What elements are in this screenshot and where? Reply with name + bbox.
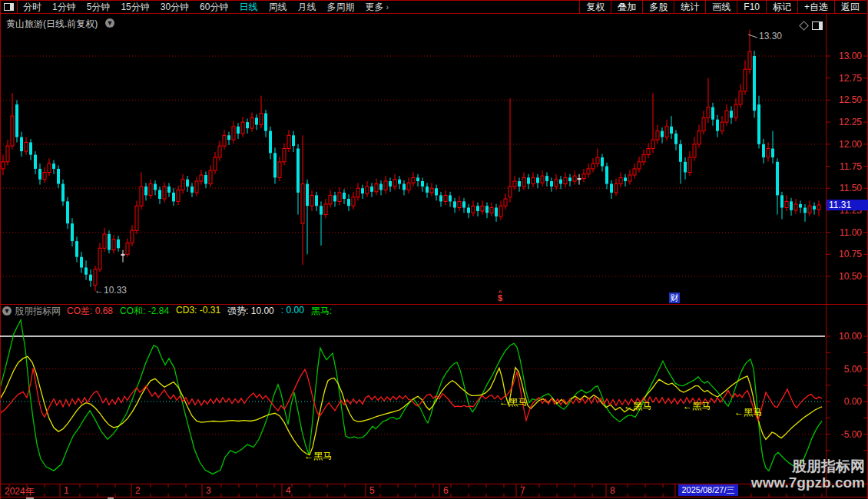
watermark: 股朋指标网 www.7gpzb.com	[751, 458, 865, 491]
indicator-axis-label: 5.00	[828, 364, 862, 375]
dark-horse-signal: ←黑马	[304, 450, 332, 463]
last-price-tag: 11.31	[827, 200, 868, 210]
toolbar-button-8[interactable]: 返回	[834, 1, 866, 13]
month-label: 5	[369, 485, 375, 496]
menu-item-2[interactable]: 5分钟	[81, 1, 116, 13]
menu-item-3[interactable]: 15分钟	[115, 1, 154, 13]
financial-report-marker[interactable]: 财	[669, 292, 680, 303]
month-label: 2	[135, 485, 141, 496]
split-panel-icon[interactable]	[812, 21, 823, 30]
menu-item-1[interactable]: 1分钟	[47, 1, 81, 13]
price-label: 11.00	[828, 227, 862, 238]
indicator-axis-label: 10.00	[828, 331, 862, 342]
chart-canvas	[0, 0, 868, 499]
legend-item-1: CO和: -2.84	[120, 305, 169, 318]
month-label: 3	[206, 485, 211, 496]
toolbar-button-6[interactable]: 标记	[766, 1, 797, 13]
toolbar-button-5[interactable]: F10	[737, 1, 766, 13]
top-menubar: 分时1分钟5分钟15分钟30分钟60分钟日线周线月线多周期更多› 复权叠加多股统…	[0, 0, 866, 14]
collapse-icon[interactable]: ▼	[2, 306, 12, 316]
low-annotation: ←10.33	[94, 285, 127, 296]
period-menu: 分时1分钟5分钟15分钟30分钟60分钟日线周线月线多周期更多›	[18, 1, 389, 13]
watermark-url: www.7gpzb.com	[751, 474, 865, 491]
stock-title: 黄山旅游(日线.前复权)	[6, 18, 98, 31]
price-label: 13.00	[828, 51, 862, 61]
high-annotation: 13.30	[759, 31, 782, 41]
price-label: 10.75	[828, 249, 862, 259]
toolbar-button-3[interactable]: 统计	[674, 1, 705, 13]
menu-item-6[interactable]: 日线	[234, 1, 263, 13]
month-label: 1	[64, 485, 69, 496]
dark-horse-signal: ←黑马	[499, 396, 527, 409]
indicator-legend: ▼ 股朋指标网 CO差: 0.68CO和: -2.84CD3: -0.31强势:…	[2, 306, 339, 316]
menu-item-4[interactable]: 30分钟	[155, 1, 194, 13]
menu-item-10[interactable]: 更多	[359, 1, 389, 13]
toolbar-button-2[interactable]: 多股	[642, 1, 674, 13]
legend-item-4: : 0.00	[281, 305, 304, 318]
month-label: 7	[520, 485, 525, 496]
price-label: 10.50	[828, 271, 862, 282]
indicator-axis-label: 0.00	[828, 396, 862, 407]
legend-item-3: 强势: 10.00	[227, 305, 274, 318]
toolbar-button-1[interactable]: 叠加	[611, 1, 642, 13]
indicator-axis-label: -5.00	[828, 429, 862, 440]
legend-site-label: 股朋指标网	[15, 305, 61, 318]
dark-horse-signal: ←黑马	[624, 400, 651, 413]
toolbar-button-7[interactable]: +自选	[797, 1, 834, 13]
legend-values: CO差: 0.68CO和: -2.84CD3: -0.31强势: 10.00: …	[67, 305, 339, 318]
menu-item-8[interactable]: 月线	[292, 1, 321, 13]
month-label: 4	[286, 485, 291, 496]
toolbar-buttons: 复权叠加多股统计画线F10标记+自选返回	[579, 1, 866, 13]
watermark-site: 股朋指标网	[751, 458, 865, 474]
price-label: 12.75	[828, 73, 862, 84]
menu-item-9[interactable]: 多周期	[321, 1, 359, 13]
month-label: 6	[443, 485, 449, 496]
price-label: 12.50	[828, 94, 862, 105]
menu-item-7[interactable]: 周线	[263, 1, 292, 13]
toolbar-button-0[interactable]: 复权	[579, 1, 611, 13]
shareholder-marker[interactable]: ^$	[498, 290, 502, 301]
chevron-right-icon: ›	[386, 2, 389, 12]
price-label: 11.50	[828, 183, 862, 193]
month-label: 8	[610, 485, 615, 496]
chevron-down-icon[interactable]: ▼	[105, 18, 114, 28]
window-layout-button[interactable]	[0, 1, 18, 13]
year-label: 2024年	[5, 485, 35, 498]
app-window: 分时1分钟5分钟15分钟30分钟60分钟日线周线月线多周期更多› 复权叠加多股统…	[0, 0, 868, 499]
price-label: 11.75	[828, 161, 862, 172]
legend-item-2: CD3: -0.31	[176, 305, 220, 318]
menu-item-5[interactable]: 60分钟	[194, 1, 234, 13]
toolbar-button-4[interactable]: 画线	[705, 1, 737, 13]
price-label: 12.25	[828, 117, 862, 127]
current-date-tag: 2025/08/27/三	[678, 484, 738, 496]
dark-horse-signal: ←黑马	[683, 400, 711, 413]
legend-item-5: 黑马:	[311, 305, 332, 318]
dark-horse-signal: ←黑马	[734, 406, 762, 419]
legend-item-0: CO差: 0.68	[67, 305, 113, 318]
price-label: 12.00	[828, 139, 862, 150]
split-pane-icon	[4, 3, 14, 11]
menu-item-0[interactable]: 分时	[18, 1, 47, 13]
